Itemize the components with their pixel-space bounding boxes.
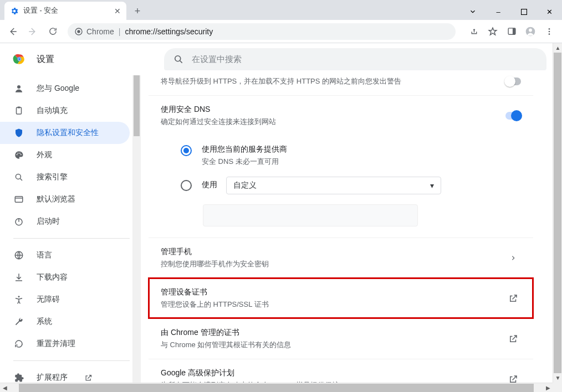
scroll-right-arrow[interactable]: ▶	[543, 385, 553, 391]
clipboard-icon	[13, 106, 24, 116]
svg-point-8	[549, 30, 550, 32]
window-titlebar: 设置 - 安全 ✕ + – ✕	[0, 0, 562, 20]
sidebar: 您与 Google 自动填充 隐私设置和安全性 外观 搜索引擎 默认浏览器 启动…	[0, 75, 141, 383]
site-info-icon[interactable]: Chrome	[74, 27, 114, 36]
power-icon	[13, 216, 24, 226]
radio-icon[interactable]	[181, 145, 192, 156]
bookmark-icon[interactable]	[484, 23, 501, 40]
sidebar-item-on-startup[interactable]: 启动时	[0, 210, 130, 233]
palette-icon	[13, 150, 24, 160]
download-icon	[13, 272, 24, 282]
dns-custom-input[interactable]	[203, 204, 418, 226]
row-advanced-protection[interactable]: Google 高级保护计划 为所有可能会遭到定向攻击的个人 Google 帐号提…	[149, 359, 533, 383]
row-secure-dns: 使用安全 DNS 确定如何通过安全连接来连接到网站	[149, 95, 533, 136]
extension-icon	[13, 373, 24, 383]
svg-rect-17	[18, 107, 21, 109]
sidebar-scrollbar-thumb[interactable]	[134, 75, 140, 136]
svg-point-22	[16, 174, 21, 179]
restore-icon	[13, 339, 24, 349]
svg-point-15	[17, 85, 21, 89]
svg-point-14	[175, 56, 181, 61]
chevron-right-icon	[505, 254, 521, 262]
new-tab-button[interactable]: +	[130, 3, 145, 19]
settings-header: 设置 在设置中搜索	[0, 43, 562, 75]
profile-icon[interactable]	[522, 23, 539, 40]
window-vscroll-thumb[interactable]	[554, 53, 561, 373]
sidebar-item-languages[interactable]: 语言	[0, 244, 130, 266]
scroll-left-arrow[interactable]: ◀	[0, 385, 9, 391]
svg-rect-4	[512, 28, 515, 34]
open-in-new-icon	[505, 293, 521, 303]
svg-point-6	[529, 28, 532, 32]
sidebar-item-reset[interactable]: 重置并清理	[0, 333, 130, 355]
window-maximize-button[interactable]	[511, 3, 537, 20]
menu-icon[interactable]	[541, 23, 558, 40]
reload-button[interactable]	[44, 23, 61, 40]
radio-custom-provider[interactable]: 使用 自定义 ▾	[181, 171, 521, 199]
search-icon	[13, 172, 24, 182]
window-minimize-button[interactable]: –	[486, 3, 511, 20]
side-panel-icon[interactable]	[503, 23, 520, 40]
wrench-icon	[13, 317, 24, 327]
open-in-new-icon	[505, 334, 521, 344]
tab-close-icon[interactable]: ✕	[114, 7, 121, 16]
browser-tab[interactable]: 设置 - 安全 ✕	[4, 2, 126, 20]
row-chrome-certificates[interactable]: 由 Chrome 管理的证书 与 Chrome 如何管理其根证书有关的信息	[149, 318, 533, 359]
secure-dns-options: 使用您当前的服务提供商 安全 DNS 未必一直可用 使用 自定义 ▾	[149, 136, 533, 238]
svg-point-18	[17, 154, 18, 155]
open-in-new-icon	[84, 374, 93, 382]
svg-point-7	[549, 28, 550, 30]
settings-main: 将导航径升级到 HTTPS，并在加载不支持 HTTPS 的网站之前向您发出警告 …	[141, 75, 562, 383]
person-icon	[13, 84, 24, 94]
svg-rect-0	[521, 9, 527, 14]
sidebar-item-you-and-google[interactable]: 您与 Google	[0, 78, 130, 100]
svg-point-26	[18, 296, 20, 297]
sidebar-item-search-engine[interactable]: 搜索引擎	[0, 166, 130, 188]
svg-rect-23	[15, 197, 23, 203]
sidebar-item-privacy-security[interactable]: 隐私设置和安全性	[0, 122, 130, 144]
svg-point-21	[21, 154, 22, 155]
row-manage-phones[interactable]: 管理手机 控制您使用哪些手机作为安全密钥	[149, 238, 533, 278]
browser-toolbar: Chrome | chrome://settings/security	[0, 20, 562, 43]
sidebar-item-default-browser[interactable]: 默认浏览器	[0, 188, 130, 210]
dns-provider-select[interactable]: 自定义 ▾	[226, 177, 441, 194]
sidebar-item-downloads[interactable]: 下载内容	[0, 266, 130, 288]
sidebar-item-appearance[interactable]: 外观	[0, 144, 130, 166]
sidebar-item-system[interactable]: 系统	[0, 311, 130, 333]
window-vertical-scrollbar[interactable]: ▲ ▼	[553, 43, 562, 383]
back-button[interactable]	[4, 23, 21, 40]
globe-icon	[13, 250, 24, 260]
address-bar-url: chrome://settings/security	[125, 27, 213, 36]
row-https-upgrade: 将导航径升级到 HTTPS，并在加载不支持 HTTPS 的网站之前向您发出警告	[149, 75, 533, 95]
sidebar-divider	[13, 238, 130, 239]
toggle-secure-dns[interactable]	[505, 112, 521, 120]
toggle-always-https[interactable]	[505, 78, 521, 85]
sidebar-scrollbar[interactable]	[132, 75, 141, 383]
accessibility-icon	[13, 295, 24, 305]
settings-search-input[interactable]: 在设置中搜索	[164, 48, 546, 70]
settings-brand-label: 设置	[37, 54, 54, 65]
sidebar-item-autofill[interactable]: 自动填充	[0, 100, 130, 122]
search-icon	[173, 54, 184, 65]
scroll-up-arrow[interactable]: ▲	[553, 43, 562, 53]
sidebar-item-accessibility[interactable]: 无障碍	[0, 288, 130, 311]
svg-point-13	[18, 58, 21, 60]
radio-current-provider[interactable]: 使用您当前的服务提供商 安全 DNS 未必一直可用	[181, 140, 521, 171]
svg-rect-16	[17, 107, 22, 114]
share-icon[interactable]	[466, 23, 482, 40]
window-close-button[interactable]: ✕	[537, 3, 562, 20]
svg-point-19	[18, 153, 19, 154]
browser-icon	[13, 194, 24, 204]
scrollbar-corner	[553, 383, 562, 392]
address-bar[interactable]: Chrome | chrome://settings/security	[68, 23, 456, 40]
shield-icon	[13, 128, 24, 138]
forward-button[interactable]	[24, 23, 41, 40]
scroll-down-arrow[interactable]: ▼	[553, 373, 562, 383]
open-in-new-icon	[505, 374, 521, 383]
window-chevron-icon[interactable]	[460, 3, 486, 20]
window-horizontal-scrollbar[interactable]: ◀ ▶	[0, 383, 553, 392]
svg-point-2	[77, 30, 80, 33]
window-hscroll-thumb[interactable]	[19, 384, 534, 392]
radio-icon[interactable]	[181, 180, 192, 191]
row-manage-certificates[interactable]: 管理设备证书 管理您设备上的 HTTPS/SSL 证书	[149, 278, 533, 318]
